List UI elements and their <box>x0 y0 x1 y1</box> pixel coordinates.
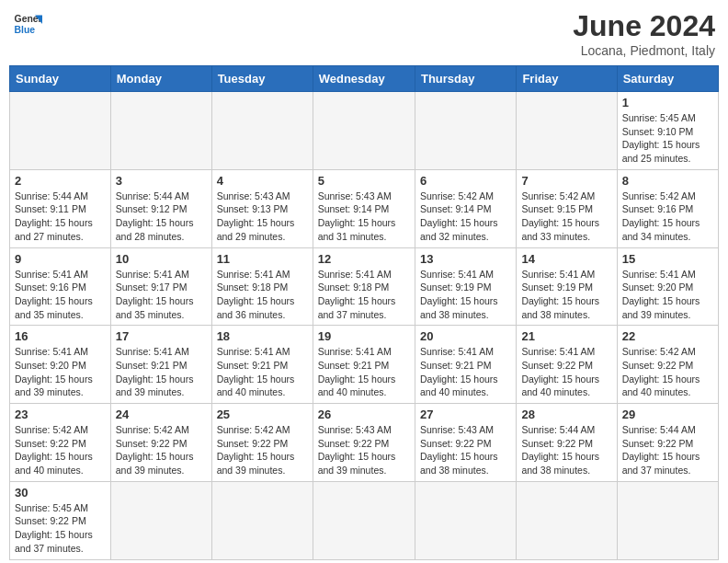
calendar-cell: 29Sunrise: 5:44 AM Sunset: 9:22 PM Dayli… <box>617 404 718 482</box>
header-tuesday: Tuesday <box>211 66 313 92</box>
day-info: Sunrise: 5:44 AM Sunset: 9:22 PM Dayligh… <box>521 423 611 477</box>
day-info: Sunrise: 5:43 AM Sunset: 9:14 PM Dayligh… <box>318 190 410 244</box>
day-number: 11 <box>217 252 308 266</box>
calendar-cell: 9Sunrise: 5:41 AM Sunset: 9:16 PM Daylig… <box>10 247 111 326</box>
calendar-cell: 8Sunrise: 5:42 AM Sunset: 9:16 PM Daylig… <box>617 169 718 247</box>
day-info: Sunrise: 5:45 AM Sunset: 9:22 PM Dayligh… <box>15 501 106 556</box>
calendar-cell: 22Sunrise: 5:42 AM Sunset: 9:22 PM Dayli… <box>617 326 718 404</box>
day-number: 29 <box>622 408 713 421</box>
calendar-week-4: 23Sunrise: 5:42 AM Sunset: 9:22 PM Dayli… <box>10 404 719 482</box>
day-info: Sunrise: 5:43 AM Sunset: 9:22 PM Dayligh… <box>318 423 410 477</box>
month-title: June 2024 <box>573 9 715 43</box>
day-info: Sunrise: 5:42 AM Sunset: 9:22 PM Dayligh… <box>622 345 713 399</box>
calendar-cell <box>110 481 211 559</box>
day-number: 21 <box>521 329 611 343</box>
calendar-cell: 28Sunrise: 5:44 AM Sunset: 9:22 PM Dayli… <box>517 404 617 482</box>
calendar-cell: 3Sunrise: 5:44 AM Sunset: 9:12 PM Daylig… <box>110 169 211 247</box>
day-info: Sunrise: 5:41 AM Sunset: 9:16 PM Dayligh… <box>15 268 106 322</box>
day-number: 12 <box>318 252 410 266</box>
day-info: Sunrise: 5:41 AM Sunset: 9:19 PM Dayligh… <box>420 268 511 322</box>
day-info: Sunrise: 5:41 AM Sunset: 9:21 PM Dayligh… <box>116 345 207 399</box>
calendar-cell: 25Sunrise: 5:42 AM Sunset: 9:22 PM Dayli… <box>211 404 313 482</box>
calendar-cell: 4Sunrise: 5:43 AM Sunset: 9:13 PM Daylig… <box>211 169 313 247</box>
day-number: 20 <box>420 329 511 343</box>
day-number: 14 <box>521 252 611 266</box>
day-info: Sunrise: 5:41 AM Sunset: 9:21 PM Dayligh… <box>217 345 308 399</box>
day-info: Sunrise: 5:45 AM Sunset: 9:10 PM Dayligh… <box>622 111 713 166</box>
calendar-cell <box>110 92 211 170</box>
calendar-cell: 21Sunrise: 5:41 AM Sunset: 9:22 PM Dayli… <box>517 326 617 404</box>
calendar-week-2: 9Sunrise: 5:41 AM Sunset: 9:16 PM Daylig… <box>10 247 719 326</box>
day-number: 5 <box>318 174 410 188</box>
calendar-cell <box>517 481 617 559</box>
calendar-cell <box>313 481 415 559</box>
day-number: 28 <box>521 408 611 421</box>
header-friday: Friday <box>517 66 617 92</box>
day-info: Sunrise: 5:43 AM Sunset: 9:13 PM Dayligh… <box>217 190 308 244</box>
calendar-week-1: 2Sunrise: 5:44 AM Sunset: 9:11 PM Daylig… <box>10 169 719 247</box>
day-number: 7 <box>521 174 611 188</box>
header-saturday: Saturday <box>617 66 718 92</box>
day-number: 25 <box>217 408 308 421</box>
day-number: 13 <box>420 252 511 266</box>
day-number: 16 <box>15 329 106 343</box>
day-number: 23 <box>15 408 106 421</box>
header-wednesday: Wednesday <box>313 66 415 92</box>
day-info: Sunrise: 5:43 AM Sunset: 9:22 PM Dayligh… <box>420 423 511 477</box>
day-info: Sunrise: 5:44 AM Sunset: 9:11 PM Dayligh… <box>15 190 106 244</box>
calendar-week-3: 16Sunrise: 5:41 AM Sunset: 9:20 PM Dayli… <box>10 326 719 404</box>
calendar-cell <box>313 92 415 170</box>
day-number: 6 <box>420 174 511 188</box>
day-number: 19 <box>318 329 410 343</box>
calendar-cell: 19Sunrise: 5:41 AM Sunset: 9:21 PM Dayli… <box>313 326 415 404</box>
day-number: 2 <box>15 174 106 188</box>
day-number: 27 <box>420 408 511 421</box>
calendar-cell <box>10 92 111 170</box>
calendar-cell <box>211 481 313 559</box>
day-info: Sunrise: 5:41 AM Sunset: 9:22 PM Dayligh… <box>521 345 611 399</box>
calendar-cell: 5Sunrise: 5:43 AM Sunset: 9:14 PM Daylig… <box>313 169 415 247</box>
title-block: June 2024 Locana, Piedmont, Italy <box>573 9 715 58</box>
day-info: Sunrise: 5:41 AM Sunset: 9:21 PM Dayligh… <box>318 345 410 399</box>
calendar-week-0: 1Sunrise: 5:45 AM Sunset: 9:10 PM Daylig… <box>10 92 719 170</box>
day-number: 22 <box>622 329 713 343</box>
calendar-cell: 16Sunrise: 5:41 AM Sunset: 9:20 PM Dayli… <box>10 326 111 404</box>
calendar-cell: 15Sunrise: 5:41 AM Sunset: 9:20 PM Dayli… <box>617 247 718 326</box>
day-number: 18 <box>217 329 308 343</box>
day-info: Sunrise: 5:42 AM Sunset: 9:22 PM Dayligh… <box>217 423 308 477</box>
calendar-cell: 26Sunrise: 5:43 AM Sunset: 9:22 PM Dayli… <box>313 404 415 482</box>
day-info: Sunrise: 5:41 AM Sunset: 9:21 PM Dayligh… <box>420 345 511 399</box>
calendar-cell: 10Sunrise: 5:41 AM Sunset: 9:17 PM Dayli… <box>110 247 211 326</box>
calendar-cell <box>517 92 617 170</box>
day-number: 15 <box>622 252 713 266</box>
day-number: 4 <box>217 174 308 188</box>
calendar-cell: 11Sunrise: 5:41 AM Sunset: 9:18 PM Dayli… <box>211 247 313 326</box>
subtitle: Locana, Piedmont, Italy <box>573 43 715 58</box>
logo-icon: General Blue <box>13 9 42 39</box>
calendar-cell: 18Sunrise: 5:41 AM Sunset: 9:21 PM Dayli… <box>211 326 313 404</box>
day-info: Sunrise: 5:42 AM Sunset: 9:14 PM Dayligh… <box>420 190 511 244</box>
day-number: 1 <box>622 96 713 109</box>
calendar-cell: 12Sunrise: 5:41 AM Sunset: 9:18 PM Dayli… <box>313 247 415 326</box>
calendar-cell <box>415 92 516 170</box>
day-info: Sunrise: 5:41 AM Sunset: 9:20 PM Dayligh… <box>15 345 106 399</box>
header-thursday: Thursday <box>415 66 516 92</box>
calendar-week-5: 30Sunrise: 5:45 AM Sunset: 9:22 PM Dayli… <box>10 481 719 559</box>
day-info: Sunrise: 5:41 AM Sunset: 9:19 PM Dayligh… <box>521 268 611 322</box>
calendar-cell: 27Sunrise: 5:43 AM Sunset: 9:22 PM Dayli… <box>415 404 516 482</box>
day-number: 8 <box>622 174 713 188</box>
day-info: Sunrise: 5:41 AM Sunset: 9:17 PM Dayligh… <box>116 268 207 322</box>
calendar-cell: 23Sunrise: 5:42 AM Sunset: 9:22 PM Dayli… <box>10 404 111 482</box>
calendar-cell <box>617 481 718 559</box>
day-number: 17 <box>116 329 207 343</box>
calendar-cell: 7Sunrise: 5:42 AM Sunset: 9:15 PM Daylig… <box>517 169 617 247</box>
day-info: Sunrise: 5:44 AM Sunset: 9:22 PM Dayligh… <box>622 423 713 477</box>
calendar-cell: 30Sunrise: 5:45 AM Sunset: 9:22 PM Dayli… <box>10 481 111 559</box>
calendar-cell: 20Sunrise: 5:41 AM Sunset: 9:21 PM Dayli… <box>415 326 516 404</box>
calendar-cell: 24Sunrise: 5:42 AM Sunset: 9:22 PM Dayli… <box>110 404 211 482</box>
calendar-cell: 6Sunrise: 5:42 AM Sunset: 9:14 PM Daylig… <box>415 169 516 247</box>
calendar-table: Sunday Monday Tuesday Wednesday Thursday… <box>9 65 719 560</box>
logo: General Blue <box>13 9 42 39</box>
header-monday: Monday <box>110 66 211 92</box>
calendar-cell: 13Sunrise: 5:41 AM Sunset: 9:19 PM Dayli… <box>415 247 516 326</box>
